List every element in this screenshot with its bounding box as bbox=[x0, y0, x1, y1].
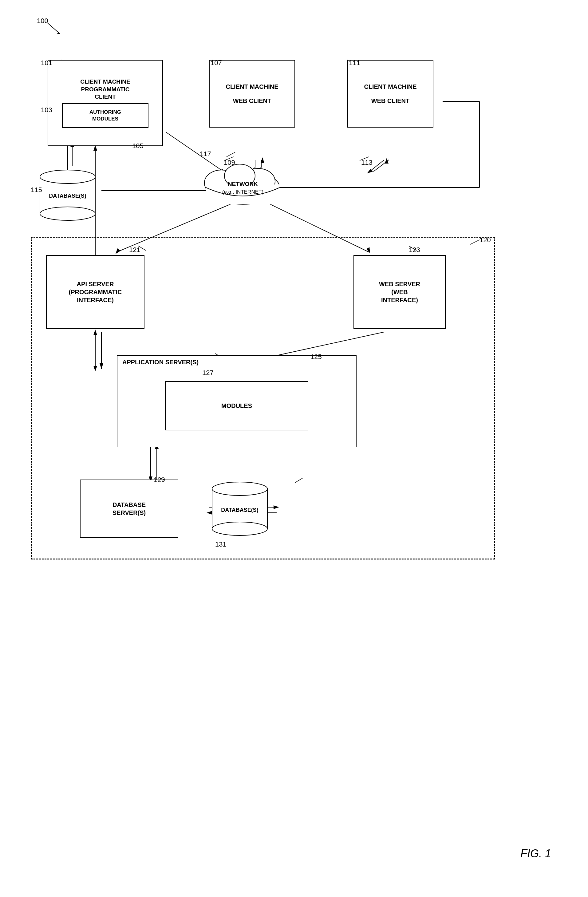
modules-box: MODULES bbox=[165, 381, 308, 430]
web-server-title1: WEB SERVER bbox=[379, 280, 420, 288]
client-machine-web1: CLIENT MACHINE WEB CLIENT bbox=[209, 60, 295, 127]
client-machine-programmatic: CLIENT MACHINE PROGRAMMATIC CLIENT AUTHO… bbox=[47, 60, 163, 146]
ref-100: 100 bbox=[37, 17, 48, 25]
ref-107: 107 bbox=[211, 59, 222, 67]
svg-text:DATABASE(S): DATABASE(S) bbox=[49, 193, 86, 199]
db-server-title2: SERVER(S) bbox=[112, 509, 146, 517]
web-server-title3: INTERFACE) bbox=[381, 296, 418, 304]
cm-web2-title2: WEB CLIENT bbox=[371, 97, 409, 105]
ref-129: 129 bbox=[154, 476, 165, 484]
svg-point-64 bbox=[40, 170, 95, 184]
api-server-title1: API SERVER bbox=[77, 280, 114, 288]
network-cloud-svg: NETWORK (e.g., INTERNET) bbox=[200, 151, 286, 212]
ref-125: 125 bbox=[311, 353, 322, 361]
cm-web2-title: CLIENT MACHINE bbox=[364, 83, 416, 91]
svg-marker-18 bbox=[367, 169, 373, 173]
cm-web1-title2: WEB CLIENT bbox=[233, 97, 271, 105]
api-server-title2: (PROGRAMMATIC bbox=[69, 288, 122, 296]
ref-131: 131 bbox=[215, 540, 227, 548]
diagram: 100 bbox=[0, 0, 588, 897]
authoring-modules-label: AUTHORINGMODULES bbox=[89, 109, 121, 122]
cm-prog-title2: PROGRAMMATIC bbox=[51, 86, 159, 93]
fig-label: FIG. 1 bbox=[521, 847, 551, 860]
authoring-modules-box: AUTHORINGMODULES bbox=[62, 103, 149, 128]
api-server: API SERVER (PROGRAMMATIC INTERFACE) bbox=[46, 255, 144, 329]
cm-web1-title: CLIENT MACHINE bbox=[226, 83, 278, 91]
db-server-title1: DATABASE bbox=[112, 501, 146, 509]
svg-text:DATABASE(S): DATABASE(S) bbox=[221, 507, 258, 513]
cm-prog-title: CLIENT MACHINE bbox=[51, 78, 159, 86]
svg-line-19 bbox=[374, 160, 389, 171]
ref-127: 127 bbox=[202, 369, 214, 377]
svg-point-75 bbox=[212, 482, 267, 496]
svg-text:NETWORK: NETWORK bbox=[228, 181, 258, 187]
db-server: DATABASE SERVER(S) bbox=[80, 479, 178, 538]
web-server: WEB SERVER (WEB INTERFACE) bbox=[354, 255, 446, 329]
svg-marker-20 bbox=[385, 158, 389, 164]
ref-123: 123 bbox=[409, 246, 420, 254]
app-server-title: APPLICATION SERVER(S) bbox=[122, 359, 199, 366]
cm-prog-title3: CLIENT bbox=[51, 93, 159, 101]
ref-113: 113 bbox=[361, 159, 372, 167]
ref-121: 121 bbox=[129, 246, 141, 254]
ref-111: 111 bbox=[349, 59, 360, 67]
ref-117: 117 bbox=[200, 150, 211, 158]
svg-line-0 bbox=[47, 23, 60, 34]
database-top-svg: DATABASE(S) bbox=[37, 168, 98, 223]
ref-105: 105 bbox=[132, 142, 144, 150]
ref-101: 101 bbox=[41, 59, 52, 67]
ref-115: 115 bbox=[31, 186, 42, 194]
ref-103: 103 bbox=[41, 106, 52, 114]
ref-120: 120 bbox=[479, 236, 491, 244]
web-server-title2: (WEB bbox=[391, 288, 407, 296]
app-server: APPLICATION SERVER(S) MODULES bbox=[117, 355, 357, 447]
client-machine-web2: CLIENT MACHINE WEB CLIENT bbox=[347, 60, 433, 127]
svg-text:(e.g., INTERNET): (e.g., INTERNET) bbox=[222, 189, 263, 195]
svg-point-63 bbox=[40, 207, 95, 220]
svg-point-74 bbox=[212, 522, 267, 536]
api-server-title3: INTERFACE) bbox=[77, 296, 114, 304]
modules-label: MODULES bbox=[221, 402, 252, 410]
svg-line-1 bbox=[57, 33, 60, 34]
database-bottom-svg: DATABASE(S) bbox=[209, 479, 271, 541]
